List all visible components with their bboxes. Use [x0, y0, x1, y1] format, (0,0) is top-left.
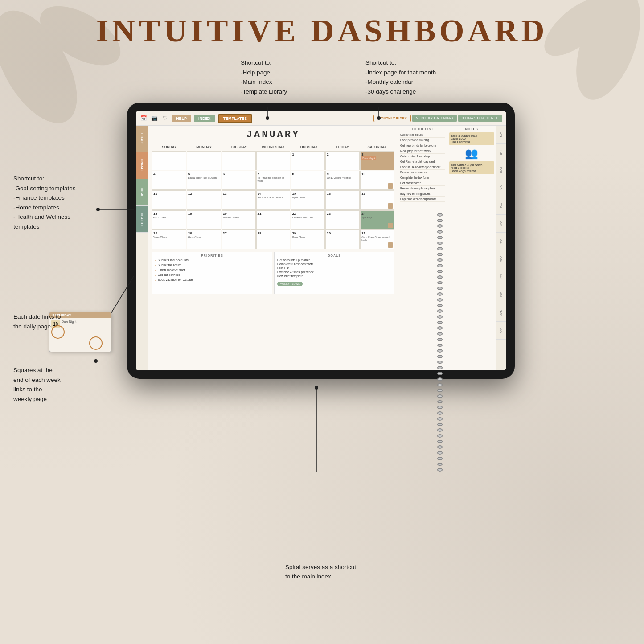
heart-icon[interactable]: ♡ [161, 115, 169, 123]
right-tab-5[interactable]: MAY [496, 197, 506, 215]
goals-box: GOALS Get accounts up to date Complete 3… [274, 252, 394, 294]
spiral-binding[interactable] [437, 213, 443, 370]
sidebar-tab-finance[interactable]: FINANCE [136, 152, 148, 179]
list-item: New brief template [277, 275, 391, 278]
callout-wk-line2: end of each week [13, 377, 61, 383]
table-row[interactable]: 1 [291, 151, 325, 170]
table-row[interactable]: 24 Spa Day [360, 210, 394, 230]
table-row[interactable]: 3 Date Night [360, 151, 394, 170]
table-row[interactable]: 17 [360, 190, 394, 209]
table-row[interactable]: 25 Yoga Class [152, 230, 186, 249]
spiral-ring [437, 338, 443, 341]
nav-templates-tab[interactable]: TEMPLATES [218, 114, 253, 123]
callout-top-right: Shortcut to: -Index page for that month … [365, 58, 436, 96]
sidebar-tabs: GOALS FINANCE HOME HEALTH [136, 126, 148, 370]
table-row[interactable]: 9 10:10 Zoom meeting [325, 171, 360, 190]
right-tab-4[interactable]: APR [496, 179, 506, 197]
table-row[interactable]: 6 [222, 171, 256, 190]
list-item: Complete the tax form [400, 175, 445, 180]
priorities-title: PRIORITIES [155, 254, 269, 257]
spiral-ring [437, 309, 443, 313]
table-row[interactable]: 28 [256, 230, 291, 249]
page-title: INTUITIVE DASHBOARD [0, 0, 644, 49]
table-row[interactable]: 15 Gym Class [291, 190, 325, 209]
table-row[interactable]: 31 Gym Class Yoga sound bath [360, 230, 394, 249]
callout-lt-item3: -Home templates [13, 204, 59, 211]
table-row[interactable]: 30 [325, 230, 360, 249]
right-tab-11[interactable]: NOV [496, 304, 506, 322]
decorative-figure: 👥 [449, 147, 495, 160]
table-row[interactable]: 19 [187, 210, 221, 230]
table-row[interactable]: 12 [187, 190, 221, 209]
table-row[interactable]: 29 Gym Class [291, 230, 325, 249]
list-item: •Book vacation for October [155, 278, 269, 282]
right-tab-6[interactable]: JUN [496, 215, 506, 233]
table-row[interactable]: 10 [360, 171, 394, 190]
table-row [256, 151, 291, 170]
table-row[interactable]: 14 Submit final accounts [256, 190, 291, 209]
list-item: Order online food shop [400, 154, 445, 159]
photo-icon[interactable]: 📷 [150, 115, 158, 123]
right-side-tabs: JAN FEB MAR APR MAY JUN JUL AUG SEP OCT … [496, 126, 506, 370]
nav-help-tab[interactable]: HELP [172, 115, 191, 122]
svg-point-9 [96, 208, 100, 211]
table-row[interactable]: 26 Gym Class [187, 230, 221, 249]
callout-wk-line1: Squares at the [13, 367, 53, 373]
table-row[interactable]: 2 [325, 151, 360, 170]
table-row[interactable]: 4 [152, 171, 186, 190]
right-tab-7[interactable]: JUL [496, 233, 506, 250]
right-tab-1[interactable]: JAN [496, 126, 506, 144]
callout-tc-item1: -Help page [241, 69, 270, 76]
table-row[interactable]: 22 Creative brief due [291, 210, 325, 230]
callout-bot-line2: to the main index [285, 573, 331, 580]
table-row[interactable]: 13 [222, 190, 256, 209]
table-row[interactable]: 16 [325, 190, 360, 209]
spiral-ring [437, 258, 443, 262]
tablet-device: 📅 📷 ♡ HELP INDEX TEMPLATES MONTHLY INDEX… [127, 103, 515, 379]
callout-tr-header: Shortcut to: [365, 59, 396, 66]
callout-lt-item4: -Health and Wellness [13, 213, 70, 220]
callout-tr-item3: -30 days challenge [365, 88, 416, 95]
nav-index-tab[interactable]: INDEX [194, 115, 215, 122]
table-row[interactable]: 11 [152, 190, 186, 209]
spiral-ring [437, 361, 443, 364]
right-tab-8[interactable]: AUG [496, 250, 506, 268]
list-item: Book in DA review appointment [400, 164, 445, 170]
right-tab-2[interactable]: FEB [496, 144, 506, 161]
cal-header-sat: SATURDAY [360, 144, 394, 150]
svg-point-14 [315, 386, 318, 390]
list-item: Get car serviced [400, 180, 445, 186]
nav-30days-tab[interactable]: 30 DAYS CHALLENGE [458, 115, 502, 122]
list-item: •Submit Final accounts [155, 258, 269, 263]
calendar-icon[interactable]: 📅 [139, 115, 148, 123]
table-row[interactable]: 23 [325, 210, 360, 230]
sidebar-tab-health[interactable]: HEALTH [136, 206, 148, 233]
list-item: Meal prep for next week [400, 148, 445, 154]
callout-lt-item2: -Finance templates [13, 194, 65, 201]
callout-lb-line2: the daily page [13, 323, 51, 330]
table-row[interactable]: 18 Gym Class [152, 210, 186, 230]
right-tab-12[interactable]: DEC [496, 322, 506, 340]
table-row[interactable]: 7 HIT training session @ 9am [256, 171, 291, 190]
nav-monthly-index-tab[interactable]: MONTHLY INDEX [373, 115, 410, 122]
table-row[interactable]: 8 [291, 171, 325, 190]
right-tab-3[interactable]: MAR [496, 161, 506, 179]
cal-header-fri: FRIDAY [325, 144, 360, 150]
table-row[interactable]: 27 [222, 230, 256, 249]
right-tab-10[interactable]: OCT [496, 286, 506, 304]
callout-bottom-center: Spiral serves as a shortcut to the main … [285, 562, 356, 582]
spiral-ring [437, 292, 443, 296]
list-item: Book personal training [400, 138, 445, 143]
list-item: •Get car serviced [155, 273, 269, 277]
sidebar-tab-goals[interactable]: GOALS [136, 126, 148, 152]
nav-monthly-calendar-tab[interactable]: MONTHLY CALENDAR [412, 115, 457, 122]
spiral-ring [437, 349, 443, 353]
table-row[interactable]: 20 weekly review [222, 210, 256, 230]
spiral-ring [437, 366, 443, 369]
right-panel-top: TO DO LIST Submit Tax return Book person… [398, 126, 496, 370]
right-tab-9[interactable]: SEP [496, 268, 506, 286]
table-row[interactable]: 21 [256, 210, 291, 230]
sidebar-tab-home[interactable]: HOME [136, 179, 148, 206]
table-row[interactable]: 5 Laura Bday Tue 7:30pm [187, 171, 221, 190]
callout-lt-item1: -Goal-setting templates [13, 185, 76, 192]
